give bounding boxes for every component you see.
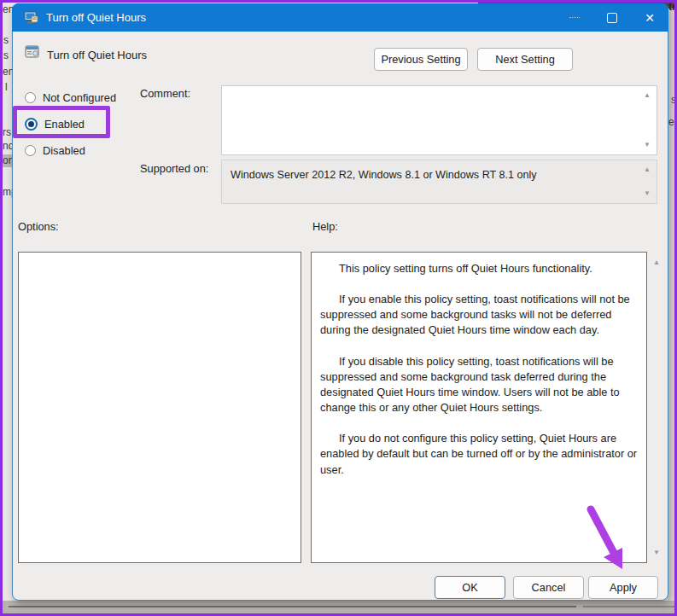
close-button[interactable]: ✕ (631, 3, 668, 32)
help-label: Help: (312, 220, 338, 233)
help-text: This policy setting turns off Quiet Hour… (312, 253, 646, 478)
previous-setting-button[interactable]: Previous Setting (374, 48, 468, 71)
screenshot-root: em s s em l rs nd on mp tr s ea Turn off… (0, 0, 677, 616)
scroll-down-icon[interactable]: ▼ (653, 549, 660, 556)
options-label: Options: (18, 220, 59, 233)
options-panel (18, 252, 301, 563)
window-title: Turn off Quiet Hours (46, 11, 146, 24)
cancel-button[interactable]: Cancel (513, 576, 584, 599)
help-paragraph: If you do not configure this policy sett… (320, 431, 639, 477)
ok-button[interactable]: OK (435, 576, 505, 599)
background-divider-line (9, 606, 576, 607)
setting-title: Turn off Quiet Hours (47, 49, 147, 61)
close-icon: ✕ (645, 12, 655, 24)
help-paragraph: This policy setting turns off Quiet Hour… (320, 261, 639, 276)
comment-textarea[interactable]: ▲ ▼ (221, 85, 657, 155)
comment-label: Comment: (140, 87, 190, 100)
screenshot-border (0, 0, 3, 616)
radio-circle-icon (25, 92, 36, 103)
radio-circle-icon (25, 145, 36, 156)
scroll-up-icon[interactable]: ▲ (653, 259, 660, 266)
annotation-highlight-box (13, 106, 110, 138)
screenshot-border (0, 0, 677, 3)
titlebar[interactable]: Turn off Quiet Hours ✕ (12, 3, 668, 32)
supported-on-value: Windows Server 2012 R2, Windows 8.1 or W… (231, 169, 537, 181)
background-text-fragment: s (3, 34, 9, 46)
radio-not-configured[interactable]: Not Configured (25, 90, 116, 104)
policy-setting-dialog: Turn off Quiet Hours ✕ Turn off Quiet Ho… (12, 3, 668, 601)
minimize-button[interactable] (556, 3, 593, 32)
help-paragraph: If you disable this policy setting, toas… (320, 354, 639, 416)
maximize-button[interactable] (593, 3, 631, 32)
next-setting-button[interactable]: Next Setting (477, 48, 573, 71)
group-policy-app-icon (24, 11, 38, 24)
background-text-fragment: l (5, 81, 8, 93)
supported-on-label: Supported on: (140, 162, 208, 175)
radio-label: Not Configured (43, 91, 116, 104)
supported-on-field: Windows Server 2012 R2, Windows 8.1 or W… (221, 160, 657, 204)
minimize-icon (569, 17, 580, 18)
scroll-up-icon[interactable]: ▲ (644, 166, 651, 173)
apply-button[interactable]: Apply (588, 576, 658, 599)
radio-label: Disabled (43, 144, 85, 157)
scroll-down-icon[interactable]: ▼ (644, 190, 651, 197)
scroll-up-icon[interactable]: ▲ (644, 92, 651, 99)
maximize-icon (607, 13, 617, 23)
background-text-fragment: s (3, 49, 9, 61)
help-panel: This policy setting turns off Quiet Hour… (311, 252, 647, 563)
scroll-down-icon[interactable]: ▼ (644, 142, 651, 148)
help-paragraph: If you enable this policy setting, toast… (320, 292, 639, 338)
radio-disabled[interactable]: Disabled (25, 143, 85, 157)
background-divider-line (583, 606, 677, 607)
window-controls: ✕ (556, 3, 668, 32)
policy-setting-icon (25, 45, 40, 59)
background-text-fragment: rs (3, 126, 11, 138)
